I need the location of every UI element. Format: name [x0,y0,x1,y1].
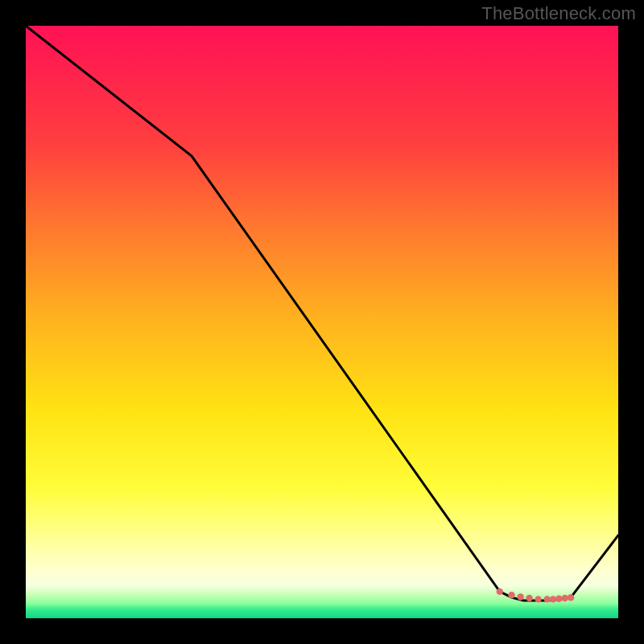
curve-marker [497,588,503,595]
attribution-text: TheBottleneck.com [481,3,636,24]
curve-marker [526,595,532,601]
curve-marker [517,593,523,600]
curve-marker [535,596,541,602]
curve-marker [508,592,514,598]
curve-marker [555,596,562,602]
chart-svg [26,26,618,618]
curve-marker [550,596,556,602]
curve-marker [544,596,551,602]
curve-marker [562,595,568,601]
plot-area [26,26,618,618]
chart-container: TheBottleneck.com [0,0,644,644]
curve-marker [568,594,574,601]
curve-path [26,26,618,601]
